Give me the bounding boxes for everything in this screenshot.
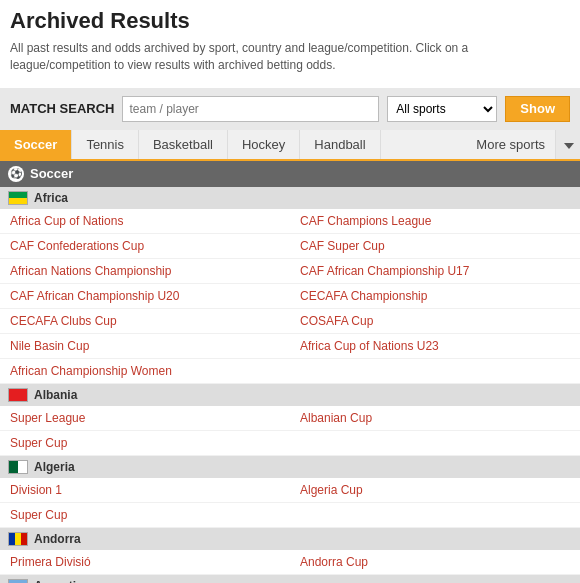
country-name-algeria: Algeria <box>34 460 75 474</box>
more-sports-tab[interactable]: More sports <box>466 130 555 159</box>
match-search-label: MATCH SEARCH <box>10 101 114 116</box>
list-item[interactable]: African Nations Championship <box>0 259 290 284</box>
chevron-down-icon <box>564 143 574 149</box>
flag-andorra <box>8 532 28 546</box>
list-item[interactable]: Super League <box>0 406 290 431</box>
country-albania: Albania <box>0 384 580 406</box>
flag-albania <box>8 388 28 402</box>
country-name-albania: Albania <box>34 388 77 402</box>
list-item[interactable]: CECAFA Championship <box>290 284 580 309</box>
flag-africa <box>8 191 28 205</box>
tab-tennis[interactable]: Tennis <box>72 130 139 159</box>
sports-select[interactable]: All sports <box>387 96 497 122</box>
list-item[interactable]: CAF Confederations Cup <box>0 234 290 259</box>
algeria-competitions: Division 1 Algeria Cup Super Cup <box>0 478 580 528</box>
list-item[interactable]: Andorra Cup <box>290 550 580 575</box>
sports-tabs: Soccer Tennis Basketball Hockey Handball… <box>0 130 580 161</box>
country-name-argentina: Argentina <box>34 579 90 583</box>
match-search-bar: MATCH SEARCH All sports Show <box>0 88 580 130</box>
country-name-africa: Africa <box>34 191 68 205</box>
tab-basketball[interactable]: Basketball <box>139 130 228 159</box>
albania-competitions: Super League Albanian Cup Super Cup <box>0 406 580 456</box>
country-andorra: Andorra <box>0 528 580 550</box>
list-item[interactable]: Nile Basin Cup <box>0 334 290 359</box>
list-item-empty <box>290 359 580 384</box>
list-item[interactable]: Algeria Cup <box>290 478 580 503</box>
tab-handball[interactable]: Handball <box>300 130 380 159</box>
list-item[interactable]: Albanian Cup <box>290 406 580 431</box>
flag-argentina <box>8 579 28 583</box>
list-item[interactable]: Primera Divisió <box>0 550 290 575</box>
list-item[interactable]: Africa Cup of Nations <box>0 209 290 234</box>
country-africa: Africa <box>0 187 580 209</box>
list-item[interactable]: CAF African Championship U20 <box>0 284 290 309</box>
list-item[interactable]: CAF African Championship U17 <box>290 259 580 284</box>
country-argentina: Argentina <box>0 575 580 583</box>
search-input[interactable] <box>122 96 379 122</box>
tab-soccer[interactable]: Soccer <box>0 130 72 159</box>
tab-hockey[interactable]: Hockey <box>228 130 300 159</box>
list-item[interactable]: Africa Cup of Nations U23 <box>290 334 580 359</box>
list-item[interactable]: Super Cup <box>0 431 290 456</box>
sport-section-label: Soccer <box>30 166 73 181</box>
andorra-competitions: Primera Divisió Andorra Cup <box>0 550 580 575</box>
list-item[interactable]: CAF Champions League <box>290 209 580 234</box>
more-sports-dropdown[interactable] <box>555 130 580 159</box>
page-title: Archived Results <box>10 8 570 34</box>
africa-competitions: Africa Cup of Nations CAF Champions Leag… <box>0 209 580 384</box>
list-item[interactable]: CAF Super Cup <box>290 234 580 259</box>
flag-algeria <box>8 460 28 474</box>
list-item[interactable]: CECAFA Clubs Cup <box>0 309 290 334</box>
page-header: Archived Results All past results and od… <box>0 0 580 88</box>
soccer-icon: ⚽ <box>8 166 24 182</box>
content-area: ⚽ Soccer Africa Africa Cup of Nations CA… <box>0 161 580 583</box>
list-item[interactable]: Division 1 <box>0 478 290 503</box>
show-button[interactable]: Show <box>505 96 570 122</box>
list-item[interactable]: Super Cup <box>0 503 290 528</box>
country-name-andorra: Andorra <box>34 532 81 546</box>
list-item-empty <box>290 503 580 528</box>
list-item[interactable]: African Championship Women <box>0 359 290 384</box>
more-sports-label: More sports <box>476 137 545 152</box>
page-description: All past results and odds archived by sp… <box>10 40 570 74</box>
country-algeria: Algeria <box>0 456 580 478</box>
sport-section-soccer: ⚽ Soccer <box>0 161 580 187</box>
list-item[interactable]: COSAFA Cup <box>290 309 580 334</box>
list-item-empty <box>290 431 580 456</box>
